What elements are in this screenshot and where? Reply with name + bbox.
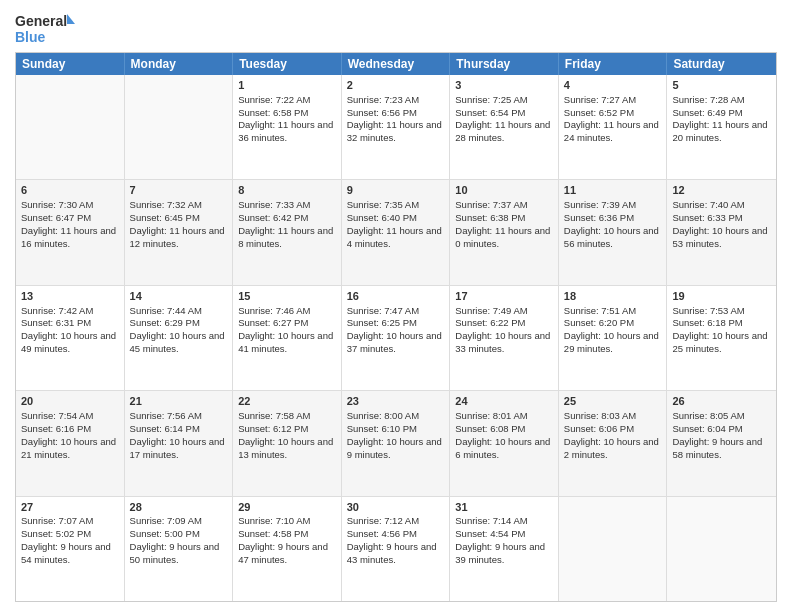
weekday-header: Monday	[125, 53, 234, 75]
sunset: Sunset: 6:31 PM	[21, 317, 91, 328]
day-number: 21	[130, 394, 228, 409]
calendar-cell: 5Sunrise: 7:28 AMSunset: 6:49 PMDaylight…	[667, 75, 776, 179]
daylight: Daylight: 10 hours and 25 minutes.	[672, 330, 767, 354]
calendar-cell: 2Sunrise: 7:23 AMSunset: 6:56 PMDaylight…	[342, 75, 451, 179]
day-number: 22	[238, 394, 336, 409]
sunset: Sunset: 6:52 PM	[564, 107, 634, 118]
sunrise: Sunrise: 8:00 AM	[347, 410, 419, 421]
daylight: Daylight: 9 hours and 39 minutes.	[455, 541, 545, 565]
sunset: Sunset: 6:20 PM	[564, 317, 634, 328]
logo-svg: General Blue	[15, 10, 75, 46]
day-number: 8	[238, 183, 336, 198]
calendar-cell: 25Sunrise: 8:03 AMSunset: 6:06 PMDayligh…	[559, 391, 668, 495]
sunrise: Sunrise: 7:47 AM	[347, 305, 419, 316]
daylight: Daylight: 9 hours and 47 minutes.	[238, 541, 328, 565]
daylight: Daylight: 10 hours and 33 minutes.	[455, 330, 550, 354]
day-number: 12	[672, 183, 771, 198]
calendar-cell: 13Sunrise: 7:42 AMSunset: 6:31 PMDayligh…	[16, 286, 125, 390]
daylight: Daylight: 11 hours and 24 minutes.	[564, 119, 659, 143]
daylight: Daylight: 9 hours and 43 minutes.	[347, 541, 437, 565]
sunrise: Sunrise: 7:12 AM	[347, 515, 419, 526]
sunset: Sunset: 6:49 PM	[672, 107, 742, 118]
calendar: SundayMondayTuesdayWednesdayThursdayFrid…	[15, 52, 777, 602]
sunrise: Sunrise: 7:22 AM	[238, 94, 310, 105]
day-number: 10	[455, 183, 553, 198]
calendar-cell: 15Sunrise: 7:46 AMSunset: 6:27 PMDayligh…	[233, 286, 342, 390]
sunset: Sunset: 6:25 PM	[347, 317, 417, 328]
sunrise: Sunrise: 8:03 AM	[564, 410, 636, 421]
weekday-header: Tuesday	[233, 53, 342, 75]
svg-marker-2	[67, 14, 75, 24]
sunset: Sunset: 6:16 PM	[21, 423, 91, 434]
calendar-cell: 24Sunrise: 8:01 AMSunset: 6:08 PMDayligh…	[450, 391, 559, 495]
day-number: 11	[564, 183, 662, 198]
sunrise: Sunrise: 7:58 AM	[238, 410, 310, 421]
daylight: Daylight: 11 hours and 36 minutes.	[238, 119, 333, 143]
daylight: Daylight: 9 hours and 54 minutes.	[21, 541, 111, 565]
daylight: Daylight: 11 hours and 20 minutes.	[672, 119, 767, 143]
calendar-cell	[16, 75, 125, 179]
daylight: Daylight: 11 hours and 12 minutes.	[130, 225, 225, 249]
calendar-cell: 11Sunrise: 7:39 AMSunset: 6:36 PMDayligh…	[559, 180, 668, 284]
daylight: Daylight: 10 hours and 21 minutes.	[21, 436, 116, 460]
calendar-cell: 23Sunrise: 8:00 AMSunset: 6:10 PMDayligh…	[342, 391, 451, 495]
sunset: Sunset: 6:36 PM	[564, 212, 634, 223]
sunrise: Sunrise: 7:35 AM	[347, 199, 419, 210]
calendar-cell: 31Sunrise: 7:14 AMSunset: 4:54 PMDayligh…	[450, 497, 559, 601]
day-number: 14	[130, 289, 228, 304]
calendar-cell: 16Sunrise: 7:47 AMSunset: 6:25 PMDayligh…	[342, 286, 451, 390]
sunset: Sunset: 6:08 PM	[455, 423, 525, 434]
sunrise: Sunrise: 7:37 AM	[455, 199, 527, 210]
sunrise: Sunrise: 7:25 AM	[455, 94, 527, 105]
day-number: 4	[564, 78, 662, 93]
sunset: Sunset: 6:29 PM	[130, 317, 200, 328]
sunset: Sunset: 6:38 PM	[455, 212, 525, 223]
calendar-cell: 10Sunrise: 7:37 AMSunset: 6:38 PMDayligh…	[450, 180, 559, 284]
weekday-header: Saturday	[667, 53, 776, 75]
calendar-row: 1Sunrise: 7:22 AMSunset: 6:58 PMDaylight…	[16, 75, 776, 180]
calendar-cell: 26Sunrise: 8:05 AMSunset: 6:04 PMDayligh…	[667, 391, 776, 495]
daylight: Daylight: 10 hours and 56 minutes.	[564, 225, 659, 249]
sunset: Sunset: 6:42 PM	[238, 212, 308, 223]
daylight: Daylight: 11 hours and 8 minutes.	[238, 225, 333, 249]
weekday-header: Sunday	[16, 53, 125, 75]
calendar-cell	[559, 497, 668, 601]
daylight: Daylight: 10 hours and 49 minutes.	[21, 330, 116, 354]
calendar-cell: 8Sunrise: 7:33 AMSunset: 6:42 PMDaylight…	[233, 180, 342, 284]
day-number: 25	[564, 394, 662, 409]
daylight: Daylight: 10 hours and 2 minutes.	[564, 436, 659, 460]
day-number: 6	[21, 183, 119, 198]
sunset: Sunset: 6:33 PM	[672, 212, 742, 223]
calendar-cell: 27Sunrise: 7:07 AMSunset: 5:02 PMDayligh…	[16, 497, 125, 601]
sunset: Sunset: 4:58 PM	[238, 528, 308, 539]
day-number: 9	[347, 183, 445, 198]
calendar-cell: 7Sunrise: 7:32 AMSunset: 6:45 PMDaylight…	[125, 180, 234, 284]
weekday-header: Wednesday	[342, 53, 451, 75]
sunset: Sunset: 6:47 PM	[21, 212, 91, 223]
daylight: Daylight: 9 hours and 58 minutes.	[672, 436, 762, 460]
sunrise: Sunrise: 7:14 AM	[455, 515, 527, 526]
sunset: Sunset: 6:27 PM	[238, 317, 308, 328]
daylight: Daylight: 10 hours and 45 minutes.	[130, 330, 225, 354]
calendar-cell: 1Sunrise: 7:22 AMSunset: 6:58 PMDaylight…	[233, 75, 342, 179]
calendar-row: 27Sunrise: 7:07 AMSunset: 5:02 PMDayligh…	[16, 497, 776, 601]
calendar-header: SundayMondayTuesdayWednesdayThursdayFrid…	[16, 53, 776, 75]
daylight: Daylight: 10 hours and 13 minutes.	[238, 436, 333, 460]
day-number: 26	[672, 394, 771, 409]
daylight: Daylight: 10 hours and 9 minutes.	[347, 436, 442, 460]
daylight: Daylight: 11 hours and 4 minutes.	[347, 225, 442, 249]
sunrise: Sunrise: 7:28 AM	[672, 94, 744, 105]
daylight: Daylight: 11 hours and 32 minutes.	[347, 119, 442, 143]
sunset: Sunset: 4:56 PM	[347, 528, 417, 539]
svg-text:General: General	[15, 13, 67, 29]
day-number: 24	[455, 394, 553, 409]
sunrise: Sunrise: 7:42 AM	[21, 305, 93, 316]
calendar-cell: 6Sunrise: 7:30 AMSunset: 6:47 PMDaylight…	[16, 180, 125, 284]
calendar-cell	[667, 497, 776, 601]
calendar-cell: 29Sunrise: 7:10 AMSunset: 4:58 PMDayligh…	[233, 497, 342, 601]
sunrise: Sunrise: 8:05 AM	[672, 410, 744, 421]
sunset: Sunset: 4:54 PM	[455, 528, 525, 539]
day-number: 29	[238, 500, 336, 515]
daylight: Daylight: 9 hours and 50 minutes.	[130, 541, 220, 565]
calendar-cell: 14Sunrise: 7:44 AMSunset: 6:29 PMDayligh…	[125, 286, 234, 390]
